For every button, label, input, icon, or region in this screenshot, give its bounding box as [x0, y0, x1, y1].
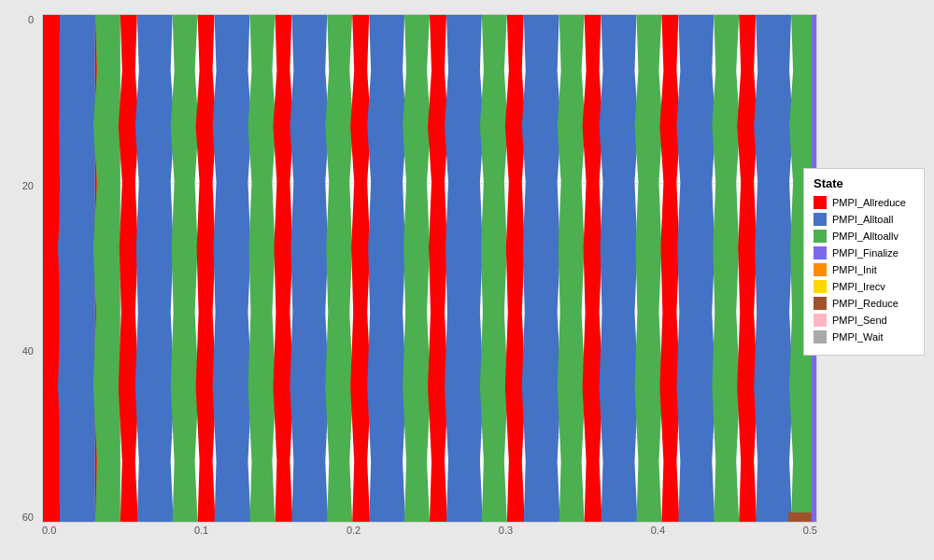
x-label-0.5: 0.5	[803, 525, 817, 536]
x-label-0.1: 0.1	[194, 525, 208, 536]
y-label-60: 60	[5, 511, 37, 523]
svg-marker-29	[522, 15, 561, 522]
svg-marker-28	[505, 15, 526, 522]
svg-marker-15	[171, 15, 199, 522]
svg-marker-36	[712, 15, 740, 522]
x-label-0.0: 0.0	[42, 525, 56, 536]
legend-swatch	[814, 230, 827, 243]
legend-item: PMPI_Init	[814, 263, 914, 276]
x-label-0.3: 0.3	[499, 525, 513, 536]
legend-item: PMPI_Allreduce	[814, 196, 914, 209]
svg-marker-17	[213, 15, 252, 522]
plot-area	[42, 14, 817, 523]
legend-item: PMPI_Wait	[814, 330, 914, 343]
legend-swatch	[814, 196, 827, 209]
svg-marker-34	[659, 15, 680, 522]
legend-swatch	[814, 330, 827, 343]
chart-container: 60 40 20 0 0.0 0.1 0.2 0.3 0.4 0.5 State…	[0, 0, 934, 560]
svg-marker-11	[58, 15, 97, 522]
legend-item: PMPI_Send	[814, 314, 914, 327]
legend-swatch	[814, 297, 827, 310]
legend-label: PMPI_Wait	[832, 331, 884, 343]
legend-label: PMPI_Alltoall	[832, 214, 893, 225]
legend-label: PMPI_Init	[832, 264, 877, 275]
svg-marker-27	[480, 15, 508, 522]
legend-item: PMPI_Finalize	[814, 246, 914, 259]
legend-items-container: PMPI_AllreducePMPI_AlltoallPMPI_Alltoall…	[814, 196, 914, 343]
y-axis-labels: 60 40 20 0	[5, 14, 37, 523]
legend-swatch	[814, 246, 827, 259]
svg-marker-20	[290, 15, 329, 522]
legend-label: PMPI_Alltoallv	[832, 231, 899, 242]
legend-item: PMPI_Alltoallv	[814, 230, 914, 243]
y-label-40: 40	[5, 345, 37, 357]
svg-marker-12	[93, 15, 121, 522]
legend-swatch	[814, 280, 827, 293]
chart-svg	[43, 15, 816, 522]
x-label-0.4: 0.4	[651, 525, 665, 536]
svg-marker-13	[119, 15, 139, 522]
svg-marker-26	[445, 15, 484, 522]
svg-marker-16	[196, 15, 217, 522]
svg-marker-25	[428, 15, 448, 522]
legend-label: PMPI_Irecv	[832, 281, 885, 292]
legend-label: PMPI_Allreduce	[832, 197, 906, 208]
x-axis-labels: 0.0 0.1 0.2 0.3 0.4 0.5	[42, 525, 817, 536]
svg-marker-31	[583, 15, 603, 522]
legend-item: PMPI_Reduce	[814, 297, 914, 310]
svg-marker-30	[558, 15, 586, 522]
svg-marker-24	[403, 15, 431, 522]
legend-label: PMPI_Reduce	[832, 298, 899, 309]
svg-marker-23	[367, 15, 406, 522]
svg-marker-18	[248, 15, 276, 522]
legend-item: PMPI_Irecv	[814, 280, 914, 293]
svg-marker-19	[273, 15, 293, 522]
legend-swatch	[814, 314, 827, 327]
y-label-0: 0	[5, 14, 37, 25]
svg-marker-21	[325, 15, 353, 522]
x-label-0.2: 0.2	[347, 525, 361, 536]
legend-swatch	[814, 263, 827, 276]
svg-marker-35	[676, 15, 715, 522]
svg-marker-37	[737, 15, 757, 522]
svg-marker-14	[135, 15, 175, 522]
svg-marker-32	[600, 15, 639, 522]
legend-label: PMPI_Send	[832, 315, 887, 326]
legend-label: PMPI_Finalize	[832, 247, 899, 259]
svg-marker-22	[350, 15, 371, 522]
legend-swatch	[814, 213, 827, 226]
y-label-20: 20	[5, 180, 37, 191]
svg-marker-33	[634, 15, 662, 522]
svg-marker-38	[754, 15, 793, 522]
legend: State PMPI_AllreducePMPI_AlltoallPMPI_Al…	[803, 168, 925, 356]
svg-rect-41	[788, 512, 812, 522]
legend-item: PMPI_Alltoall	[814, 213, 914, 226]
legend-title: State	[814, 176, 914, 190]
